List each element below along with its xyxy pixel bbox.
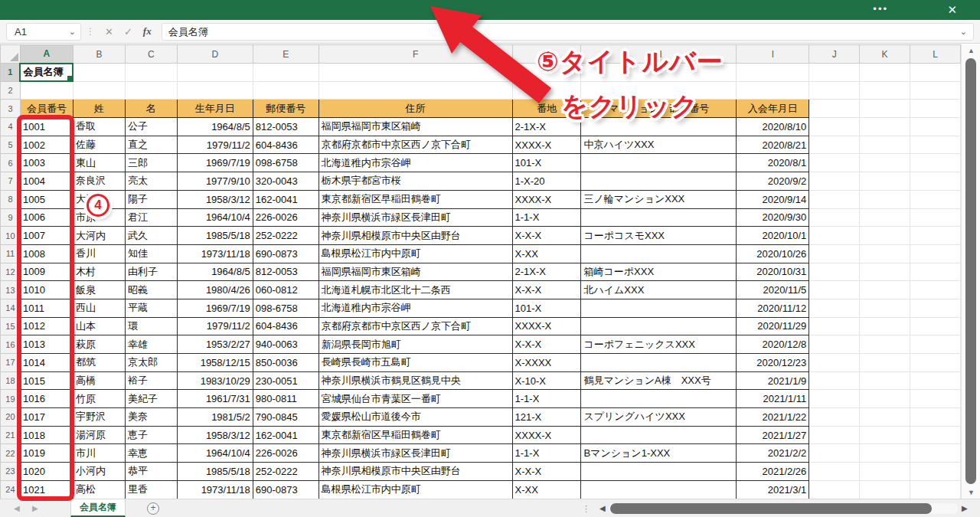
row-header-1[interactable]: 1 <box>1 64 21 82</box>
table-cell[interactable]: 亮太 <box>125 172 177 191</box>
table-cell[interactable]: 平蔵 <box>125 299 177 317</box>
empty-cell[interactable] <box>253 81 318 100</box>
table-cell[interactable]: 三郎 <box>125 154 177 172</box>
table-cell[interactable]: 萩原 <box>73 335 125 354</box>
table-cell[interactable]: 1958/3/12 <box>177 190 253 208</box>
table-cell[interactable]: 神奈川県横浜市緑区長津田町 <box>318 444 512 463</box>
table-cell[interactable] <box>581 299 737 317</box>
table-cell[interactable]: 252-0222 <box>253 463 318 481</box>
table-cell[interactable]: 940-0063 <box>253 335 318 354</box>
table-cell[interactable]: 箱崎コーポXXX <box>581 263 737 281</box>
table-cell[interactable]: 098-6758 <box>253 299 318 317</box>
table-cell[interactable]: 1985/5/18 <box>177 227 253 245</box>
empty-cell[interactable] <box>860 354 910 372</box>
table-cell[interactable]: 1964/8/5 <box>177 118 253 136</box>
empty-cell[interactable] <box>809 390 860 408</box>
table-cell[interactable]: 大河内 <box>73 227 125 245</box>
table-cell[interactable]: 2020/8/10 <box>737 118 809 136</box>
table-cell[interactable]: 神奈川県横浜市緑区長津田町 <box>318 208 512 227</box>
table-cell[interactable]: 2021/1/27 <box>737 426 809 444</box>
table-cell[interactable]: 宮城県仙台市青葉区一番町 <box>318 390 512 408</box>
empty-cell[interactable] <box>910 81 961 100</box>
empty-cell[interactable] <box>910 64 961 82</box>
empty-cell[interactable] <box>860 154 910 172</box>
column-header-J[interactable]: J <box>809 45 860 64</box>
table-cell[interactable] <box>581 426 737 444</box>
row-header-2[interactable]: 2 <box>1 81 21 100</box>
table-cell[interactable]: 北ハイムXXX <box>581 281 737 299</box>
empty-cell[interactable] <box>910 426 961 444</box>
table-cell[interactable]: 美紀子 <box>125 390 177 408</box>
name-box[interactable]: A1 ⌄ <box>6 23 81 41</box>
empty-cell[interactable] <box>177 81 253 100</box>
table-cell[interactable]: 1958/3/12 <box>177 426 253 444</box>
empty-cell[interactable] <box>318 81 512 100</box>
table-cell[interactable]: 1961/7/31 <box>177 390 253 408</box>
close-icon[interactable]: ✕ <box>938 0 966 20</box>
table-cell[interactable]: 京都府京都市中京区西ノ京下合町 <box>318 317 512 335</box>
table-cell[interactable]: 長崎県長崎市五島町 <box>318 354 512 372</box>
table-cell[interactable]: Bマンション1-XXX <box>581 444 737 463</box>
empty-cell[interactable] <box>809 335 860 354</box>
column-header-A[interactable]: A <box>20 45 73 64</box>
table-cell[interactable]: 島根県松江市内中原町 <box>318 244 512 263</box>
table-cell[interactable]: 604-8436 <box>253 317 318 335</box>
table-cell[interactable]: コーポフェニックスXXX <box>581 335 737 354</box>
empty-cell[interactable] <box>809 299 860 317</box>
table-cell[interactable]: 三ノ輪マンションXXX <box>581 190 737 208</box>
table-cell[interactable]: 京都府京都市中京区西ノ京下合町 <box>318 136 512 154</box>
empty-cell[interactable] <box>20 81 73 100</box>
empty-cell[interactable] <box>860 480 910 499</box>
table-header-cell[interactable]: 生年月日 <box>177 100 253 118</box>
table-cell[interactable]: 高松 <box>73 480 125 499</box>
empty-cell[interactable] <box>860 263 910 281</box>
table-cell[interactable]: 320-0043 <box>253 172 318 191</box>
table-cell[interactable] <box>581 244 737 263</box>
table-cell[interactable]: 604-8436 <box>253 136 318 154</box>
table-cell[interactable]: X-X-X <box>512 463 581 481</box>
table-cell[interactable]: 1969/7/19 <box>177 299 253 317</box>
table-cell[interactable]: 060-0812 <box>253 281 318 299</box>
table-cell[interactable]: 小河内 <box>73 463 125 481</box>
scrollbar-resize-grip[interactable]: ⋮ <box>582 501 590 516</box>
table-cell[interactable]: 1985/5/18 <box>177 463 253 481</box>
table-cell[interactable]: 2020/10/26 <box>737 244 809 263</box>
table-cell[interactable]: 2020/11/12 <box>737 299 809 317</box>
table-cell[interactable]: 神奈川県相模原市中央区由野台 <box>318 463 512 481</box>
vertical-scrollbar-thumb[interactable] <box>965 58 976 484</box>
table-cell[interactable]: 2021/1/11 <box>737 390 809 408</box>
empty-cell[interactable] <box>910 408 961 427</box>
table-cell[interactable]: 1983/10/29 <box>177 371 253 390</box>
empty-cell[interactable] <box>809 281 860 299</box>
column-header-I[interactable]: I <box>737 45 809 64</box>
cancel-icon[interactable]: ✕ <box>100 26 119 38</box>
table-cell[interactable]: 宇野沢 <box>73 408 125 427</box>
table-cell[interactable] <box>581 390 737 408</box>
table-cell[interactable]: 君江 <box>125 208 177 227</box>
empty-cell[interactable] <box>177 64 253 82</box>
empty-cell[interactable] <box>860 371 910 390</box>
empty-cell[interactable] <box>809 100 860 118</box>
table-cell[interactable]: 環 <box>125 317 177 335</box>
table-cell[interactable]: 2020/10/31 <box>737 263 809 281</box>
empty-cell[interactable] <box>910 136 961 154</box>
empty-cell[interactable] <box>73 81 125 100</box>
table-cell[interactable]: 1958/12/15 <box>177 354 253 372</box>
table-cell[interactable]: 2021/1/22 <box>737 408 809 427</box>
empty-cell[interactable] <box>910 208 961 227</box>
vertical-scrollbar[interactable]: ▲ ▼ <box>961 44 980 499</box>
table-cell[interactable]: 木村 <box>73 263 125 281</box>
empty-cell[interactable] <box>910 390 961 408</box>
table-cell[interactable]: 2020/8/1 <box>737 154 809 172</box>
table-cell[interactable]: 東京都新宿区早稲田鶴巻町 <box>318 426 512 444</box>
empty-cell[interactable] <box>737 81 809 100</box>
active-cell-a1[interactable]: 会員名簿 <box>20 64 73 82</box>
table-cell[interactable]: 098-6758 <box>253 154 318 172</box>
table-cell[interactable]: X-10-X <box>512 371 581 390</box>
empty-cell[interactable] <box>910 444 961 463</box>
table-header-cell[interactable]: 名 <box>125 100 177 118</box>
table-cell[interactable]: 790-0845 <box>253 408 318 427</box>
table-cell[interactable]: 高橋 <box>73 371 125 390</box>
table-cell[interactable]: 226-0026 <box>253 444 318 463</box>
empty-cell[interactable] <box>910 227 961 245</box>
